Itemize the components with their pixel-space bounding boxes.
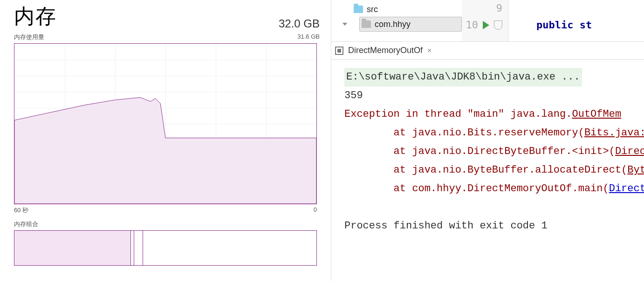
exit-line: Process finished with exit code 1 [344,220,548,232]
memory-area-svg [14,44,316,204]
tree-row-package[interactable]: com.hhyy [359,17,462,32]
memory-composition-label: 内存组合 [14,220,320,228]
memory-usage-label: 内存使用量 [14,33,44,41]
folder-icon [354,6,363,13]
trace-line-1: at java.nio.DirectByteBuffer.<init>(Dire… [344,146,644,157]
console-tab-row: DirectMemoryOutOf × [331,42,644,60]
code-keyword: public st [536,19,592,31]
package-icon [362,20,371,28]
console-cmd: E:\software\Java\JDK8\bin\java.exe ... [344,68,582,87]
memory-composition-bar[interactable] [14,230,317,266]
tree-label-src: src [367,5,378,14]
line-number-9: 9 [496,0,502,17]
editor-gutter[interactable]: 9 10 [462,0,508,41]
close-icon[interactable]: × [427,47,432,55]
memory-usage-max: 31.6 GB [297,33,320,41]
memory-total: 32.0 GB [279,17,320,30]
console-num: 359 [344,90,363,101]
x-axis-right: 0 [314,206,317,214]
line-number-10: 10 [466,17,479,33]
project-tree[interactable]: src com.hhyy [331,0,462,41]
tree-row-src[interactable]: src [343,2,462,17]
console-tab[interactable]: DirectMemoryOutOf × [348,46,432,55]
shield-icon[interactable] [494,20,502,30]
tree-label-package: com.hhyy [375,20,411,29]
console-tab-label: DirectMemoryOutOf [348,46,423,55]
trace-line-0: at java.nio.Bits.reserveMemory(Bits.java… [344,127,644,139]
x-axis-left: 60 秒 [14,206,28,214]
console-output[interactable]: E:\software\Java\JDK8\bin\java.exe ... 3… [331,60,644,281]
memory-title: 内存 [14,3,57,30]
trace-line-2: at java.nio.ByteBuffer.allocateDirect(By… [344,164,644,176]
stop-icon[interactable] [335,47,343,55]
exception-line: Exception in thread "main" java.lang.Out… [344,108,621,120]
memory-usage-chart[interactable] [14,43,317,204]
run-gutter-icon[interactable] [483,21,489,29]
chevron-down-icon[interactable] [343,23,347,26]
memory-panel: 内存 32.0 GB 内存使用量 31.6 GB 60 秒 0 内存组合 [0,0,331,281]
ide-panel: src com.hhyy 9 10 public [331,0,644,281]
editor-text-area[interactable]: public st [508,0,592,41]
trace-line-3: at com.hhyy.DirectMemoryOutOf.main(Direc… [344,183,644,194]
